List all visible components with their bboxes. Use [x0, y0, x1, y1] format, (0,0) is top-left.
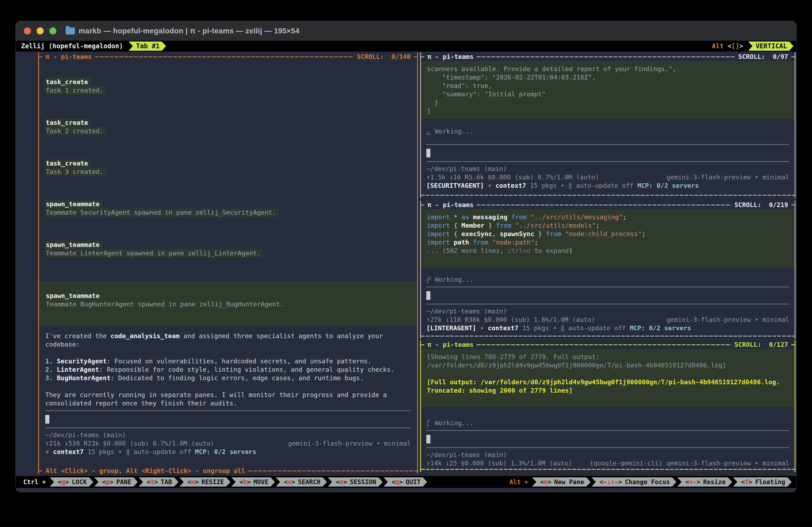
- event-detail: Teammate LinterAgent spawned in pane zel…: [45, 249, 263, 258]
- input-cursor[interactable]: [45, 415, 49, 424]
- scroll-indicator: SCROLL: 0/127: [731, 341, 792, 349]
- json-line: ]: [427, 107, 789, 115]
- event-detail: Task 2 created.: [45, 127, 106, 136]
- input-cursor[interactable]: [426, 435, 431, 443]
- cwd-line: ~/dev/pi-teams (main): [426, 307, 789, 316]
- model-info: gemini-3-flash-preview • minimal: [666, 316, 789, 324]
- keybind-hint: Alt <[]>: [707, 41, 748, 52]
- agent-list-item-1: 1. SecurityAgent: Focused on vulnerabili…: [45, 357, 411, 366]
- agent-list-item-3: 3. BugHunterAgent: Dedicated to finding …: [45, 374, 411, 382]
- pane-main[interactable]: π - pi-teams SCROLL: 0/140 task_create T…: [38, 52, 418, 474]
- folder-icon: [66, 27, 75, 34]
- code-line: import { execSync, spawnSync } from "nod…: [427, 230, 789, 238]
- event-name: spawn_teammate: [46, 292, 100, 300]
- event-detail: Task 1 created.: [45, 86, 106, 95]
- event-name: spawn_teammate: [45, 200, 102, 209]
- input-divider: [426, 287, 789, 287]
- event-spawn-linter: spawn_teammate Teammate LinterAgent spaw…: [45, 241, 411, 258]
- alt-modifier: Alt +: [506, 478, 532, 487]
- context-status-line: ⚡ context7 15 pkgs • ‖ auto-update off M…: [45, 448, 411, 456]
- log-warning-line: Truncated: showing 2000 of 2779 lines]: [427, 386, 789, 395]
- keybar-segment-change-focus[interactable]: <←↓↑→>Change Focus: [592, 478, 677, 487]
- pane-main-footer: Alt <Click> - group, Alt <Right-Click> -…: [39, 468, 417, 474]
- event-name: task_create: [45, 118, 91, 127]
- json-line: }: [427, 99, 789, 107]
- event-task-create-2: task_create Task 2 created.: [45, 118, 411, 136]
- event-name: task_create: [45, 159, 91, 168]
- group-hint: Alt <Click> - group, Alt <Right-Click> -…: [42, 467, 248, 475]
- event-name: task_create: [45, 78, 91, 86]
- json-line: "timestamp": "2026-02-22T01:04:03.216Z",: [427, 73, 789, 82]
- keybar-segment-move[interactable]: <h>MOVE: [231, 478, 275, 487]
- input-divider: [426, 304, 789, 304]
- assistant-message-line: I've created the code_analysis_team and …: [45, 332, 411, 340]
- titlebar: markb — hopeful-megalodon | π - pi-teams…: [16, 21, 796, 41]
- event-spawn-bughunter-highlighted: spawn_teammate Teammate BugHunterAgent s…: [39, 281, 417, 326]
- keybar-segment-lock[interactable]: <g>LOCK: [49, 478, 93, 487]
- input-divider: [426, 161, 789, 162]
- keybar-segment-floating[interactable]: <f>Floating: [733, 478, 792, 487]
- json-line: "summary": "Initial prompt": [427, 90, 789, 99]
- usage-stats: ↑21k ↓530 R23k $0.000 (sub) 0.7%/1.0M (a…: [45, 439, 214, 448]
- json-line: "read": true,: [427, 82, 789, 90]
- pane-title: π - pi-teams: [42, 53, 95, 61]
- input-cursor[interactable]: [426, 291, 431, 300]
- agent-list-item-2: 2. LinterAgent: Responsible for code sty…: [45, 366, 411, 374]
- input-divider: [45, 410, 411, 411]
- usage-stats: ↑14k ↓25 $0.000 (sub) 1.3%/1.0M (auto): [426, 459, 572, 466]
- cwd-line: ~/dev/pi-teams (main): [426, 451, 789, 459]
- json-line: scanners available. Provide a detailed r…: [427, 65, 789, 73]
- ctrl-modifier: Ctrl +: [19, 478, 49, 487]
- pane-title: π - pi-teams: [424, 201, 477, 209]
- minimize-button[interactable]: [37, 27, 44, 34]
- code-line: import { Member } from "../src/utils/mod…: [427, 222, 789, 230]
- json-output-block: scanners available. Provide a detailed r…: [421, 61, 795, 119]
- mode-indicator: VERTICAL: [748, 42, 794, 51]
- event-detail: Teammate SecurityAgent spawned in pane z…: [45, 209, 279, 217]
- context-status-line: [LINTERAGENT] ⚡ context7 15 pkgs • ‖ aut…: [426, 324, 789, 332]
- assistant-message-line: consolidated report once they finish the…: [45, 399, 411, 408]
- window-bottom-padding: [16, 488, 796, 492]
- keybar-segment-new-pane[interactable]: <n>New Pane: [532, 478, 591, 487]
- keybar-segment-resize[interactable]: <n>RESIZE: [179, 478, 231, 487]
- input-divider: [426, 144, 789, 145]
- pane-bughunter-agent[interactable]: π - pi-teams SCROLL: 0/127 [Showing line…: [420, 340, 796, 472]
- pane-security-header: π - pi-teams SCROLL: 0/97: [421, 52, 795, 61]
- terminal-window: markb — hopeful-megalodon | π - pi-teams…: [15, 21, 797, 492]
- code-line: import path from "node:path";: [427, 238, 789, 247]
- blank-line: [427, 370, 789, 378]
- zoom-button[interactable]: [49, 27, 56, 34]
- assistant-message-line: codebase:: [45, 340, 411, 349]
- event-task-create-3: task_create Task 3 created.: [45, 159, 411, 176]
- log-output-block: [Showing lines 780-2779 of 2779. Full ou…: [421, 349, 795, 407]
- usage-stats-line: ↑1.5k ↓16 R5.6k $0.000 (sub) 0.7%/1.0M (…: [426, 173, 789, 182]
- close-button[interactable]: [24, 27, 31, 34]
- scroll-indicator: SCROLL: 0/140: [354, 53, 414, 61]
- log-info-line: [Showing lines 780-2779 of 2779. Full ou…: [427, 353, 789, 361]
- cwd-line: ~/dev/pi-teams (main): [426, 165, 789, 173]
- usage-stats-line: ↑21k ↓530 R23k $0.000 (sub) 0.7%/1.0M (a…: [45, 439, 411, 448]
- working-spinner: ⣄ Working...: [426, 127, 789, 136]
- pane-security-agent[interactable]: π - pi-teams SCROLL: 0/97 scanners avail…: [420, 52, 796, 198]
- tab-1[interactable]: Tab #1: [129, 42, 166, 51]
- assistant-message-line: They are currently running in separate p…: [45, 391, 411, 399]
- event-task-create-1: task_create Task 1 created.: [45, 78, 411, 95]
- event-detail: Task 3 created.: [45, 168, 106, 176]
- context-status-line: [SECURITYAGENT] ⚡ context7 15 pkgs • ‖ a…: [426, 182, 789, 190]
- code-output-block: import * as messaging from "../src/utils…: [421, 209, 795, 267]
- input-divider: [426, 430, 789, 431]
- usage-stats: ↑1.5k ↓16 R5.6k $0.000 (sub) 0.7%/1.0M (…: [426, 173, 599, 182]
- input-divider: [45, 427, 411, 428]
- keybar-segment-pane[interactable]: <p>PANE: [94, 478, 138, 487]
- pane-title: π - pi-teams: [424, 341, 477, 349]
- log-info-line: /var/folders/d0/z9jph2ld4v9gw45bwg0f1j90…: [427, 361, 789, 370]
- input-cursor[interactable]: [426, 149, 431, 157]
- keybar-segment-session[interactable]: <o>SESSION: [328, 478, 383, 487]
- keybar-segment-tab[interactable]: <t>TAB: [139, 478, 178, 487]
- keybar-segment-quit[interactable]: <q>QUIT: [383, 478, 427, 487]
- log-warning-line: [Full output: /var/folders/d0/z9jph2ld4v…: [427, 378, 789, 386]
- model-info: gemini-3-flash-preview • minimal: [666, 173, 789, 182]
- keybar-segment-resize-alt[interactable]: <+->Resize: [677, 478, 732, 487]
- pane-linter-agent[interactable]: π - pi-teams SCROLL: 0/219 import * as m…: [420, 201, 796, 339]
- keybar-segment-search[interactable]: <s>SEARCH: [276, 478, 327, 487]
